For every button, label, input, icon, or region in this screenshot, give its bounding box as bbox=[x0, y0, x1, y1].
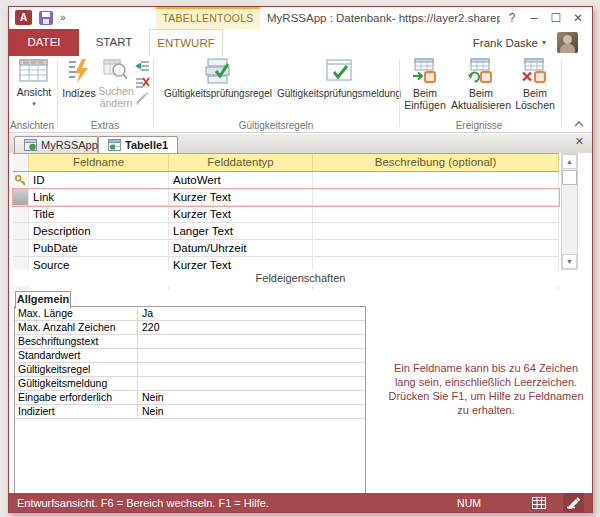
field-type-cell[interactable]: Kurzer Text bbox=[169, 206, 313, 222]
ribbon-tab-row: DATEI START ENTWURF Frank Daske ▾ bbox=[9, 29, 592, 56]
design-view-button[interactable] bbox=[563, 493, 584, 512]
grid-scrollbar[interactable]: ▲ ▼ bbox=[561, 153, 578, 270]
avatar[interactable] bbox=[557, 32, 578, 53]
doc-tab-tabelle1[interactable]: Tabelle1 bbox=[98, 136, 178, 153]
on-update-label-line2: Aktualisieren bbox=[451, 99, 511, 111]
property-value[interactable] bbox=[138, 335, 365, 348]
scroll-up-icon[interactable]: ▲ bbox=[562, 154, 577, 169]
property-value[interactable]: Ja bbox=[138, 307, 365, 320]
account-menu[interactable]: Frank Daske ▾ bbox=[473, 29, 546, 56]
document-tab-strip: MyRSSApp Tabelle1 ✕ bbox=[9, 134, 592, 153]
on-insert-label-line2: Einfügen bbox=[404, 99, 445, 111]
field-name-cell[interactable]: Title bbox=[29, 206, 169, 222]
property-value[interactable] bbox=[138, 363, 365, 376]
property-row[interactable]: Indiziert Nein bbox=[15, 405, 365, 419]
insert-rows-button[interactable] bbox=[135, 60, 150, 73]
row-selector[interactable] bbox=[13, 189, 29, 205]
grid-header-feldname: Feldname bbox=[29, 154, 169, 171]
on-update-icon bbox=[467, 58, 495, 84]
property-value[interactable] bbox=[138, 349, 365, 362]
field-type-cell[interactable]: AutoWert bbox=[169, 172, 313, 188]
property-label: Gültigkeitsmeldung bbox=[15, 377, 138, 390]
access-app-icon: A bbox=[15, 10, 32, 25]
tab-entwurf[interactable]: ENTWURF bbox=[149, 29, 223, 56]
doc-tab-tabelle1-label: Tabelle1 bbox=[125, 139, 168, 151]
field-desc-cell[interactable] bbox=[313, 172, 559, 188]
property-row[interactable]: Beschriftungstext bbox=[15, 335, 365, 349]
field-desc-cell[interactable] bbox=[313, 223, 559, 239]
field-name-cell[interactable]: ID bbox=[29, 172, 169, 188]
field-name-cell[interactable]: PubDate bbox=[29, 240, 169, 256]
property-value[interactable] bbox=[138, 377, 365, 390]
row-selector[interactable] bbox=[13, 240, 29, 256]
help-button[interactable]: ? bbox=[501, 7, 523, 29]
document-close-icon[interactable]: ✕ bbox=[575, 135, 584, 148]
property-label: Beschriftungstext bbox=[15, 335, 138, 348]
indizes-button[interactable]: Indizes bbox=[61, 58, 97, 99]
suchen-aendern-button[interactable]: Suchen ändern bbox=[97, 58, 135, 109]
on-update-button[interactable]: Beim Aktualisieren bbox=[449, 58, 513, 111]
table-row[interactable]: PubDate Datum/Uhrzeit bbox=[13, 240, 559, 257]
design-view-icon bbox=[566, 496, 581, 509]
close-button[interactable]: ✕ bbox=[567, 7, 589, 29]
collapse-ribbon-icon[interactable] bbox=[574, 121, 584, 127]
scroll-down-icon[interactable]: ▼ bbox=[562, 254, 577, 269]
field-name-cell[interactable]: Link bbox=[29, 189, 169, 205]
suchen-label-line1: Suchen bbox=[98, 85, 134, 97]
tab-allgemein[interactable]: Allgemein bbox=[15, 291, 71, 309]
num-lock-indicator: NUM bbox=[457, 497, 481, 509]
table-row[interactable]: Title Kurzer Text bbox=[13, 206, 559, 223]
property-value[interactable]: Nein bbox=[138, 391, 365, 404]
quick-access-toolbar: A » bbox=[15, 10, 66, 25]
qat-customize-icon[interactable]: » bbox=[60, 12, 66, 23]
property-row[interactable]: Gültigkeitsregel bbox=[15, 363, 365, 377]
row-selector[interactable] bbox=[13, 172, 29, 188]
field-desc-cell[interactable] bbox=[313, 206, 559, 222]
table-row-selected[interactable]: Link Kurzer Text bbox=[13, 189, 559, 206]
doc-tab-myrssapp[interactable]: MyRSSApp bbox=[14, 136, 98, 153]
window-controls: ? – ☐ ✕ bbox=[501, 7, 589, 29]
validation-message-button[interactable]: Gültigkeitsprüfungsmeldung bbox=[280, 58, 398, 100]
table-row[interactable]: Description Langer Text bbox=[13, 223, 559, 240]
field-type-cell[interactable]: Datum/Uhrzeit bbox=[169, 240, 313, 256]
property-row[interactable]: Gültigkeitsmeldung bbox=[15, 377, 365, 391]
property-row[interactable]: Standardwert bbox=[15, 349, 365, 363]
field-properties-splitter: Feldeigenschaften bbox=[9, 270, 592, 286]
field-name-help-text: Ein Feldname kann bis zu 64 Zeichen lang… bbox=[387, 361, 585, 417]
on-delete-button[interactable]: Beim Löschen bbox=[513, 58, 557, 111]
minimize-button[interactable]: – bbox=[523, 7, 545, 29]
window-title: MyRSSApp : Datenbank- https://layer2.sha… bbox=[267, 7, 500, 29]
scrollbar-thumb[interactable] bbox=[562, 170, 577, 185]
tab-datei[interactable]: DATEI bbox=[9, 29, 79, 56]
field-type-cell[interactable]: Langer Text bbox=[169, 223, 313, 239]
field-desc-cell[interactable] bbox=[313, 240, 559, 256]
property-row[interactable]: Eingabe erforderlich Nein bbox=[15, 391, 365, 405]
validation-rule-button[interactable]: Gültigkeitsprüfungsregel bbox=[156, 58, 280, 100]
datasheet-view-button[interactable] bbox=[529, 493, 549, 512]
property-row[interactable]: Max. Länge Ja bbox=[15, 307, 365, 321]
field-name-cell[interactable]: Description bbox=[29, 223, 169, 239]
save-icon[interactable] bbox=[39, 11, 53, 25]
delete-rows-button[interactable] bbox=[135, 76, 150, 89]
field-type-cell[interactable]: Kurzer Text bbox=[169, 189, 313, 205]
on-update-label-line1: Beim bbox=[469, 87, 493, 99]
modify-lookups-button[interactable] bbox=[135, 92, 150, 105]
maximize-button[interactable]: ☐ bbox=[545, 7, 567, 29]
property-row[interactable]: Max. Anzahl Zeichen 220 bbox=[15, 321, 365, 335]
property-value[interactable]: 220 bbox=[138, 321, 365, 334]
property-value[interactable]: Nein bbox=[138, 405, 365, 418]
ansicht-button[interactable]: Ansicht ▾ bbox=[11, 58, 57, 110]
status-bar: Entwurfsansicht. F6 = Bereich wechseln. … bbox=[9, 493, 592, 512]
on-insert-button[interactable]: Beim Einfügen bbox=[401, 58, 449, 111]
grid-header-felddatentyp: Felddatentyp bbox=[169, 154, 313, 171]
field-desc-cell[interactable] bbox=[313, 189, 559, 205]
property-label: Eingabe erforderlich bbox=[15, 391, 138, 404]
table-row[interactable]: ID AutoWert bbox=[13, 172, 559, 189]
row-selector[interactable] bbox=[13, 223, 29, 239]
row-selector[interactable] bbox=[13, 206, 29, 222]
property-label: Standardwert bbox=[15, 349, 138, 362]
ansicht-label: Ansicht bbox=[17, 86, 51, 98]
tab-start[interactable]: START bbox=[79, 29, 149, 56]
validation-message-label: Gültigkeitsprüfungsmeldung bbox=[277, 88, 401, 100]
doc-tab-myrssapp-label: MyRSSApp bbox=[41, 139, 98, 151]
